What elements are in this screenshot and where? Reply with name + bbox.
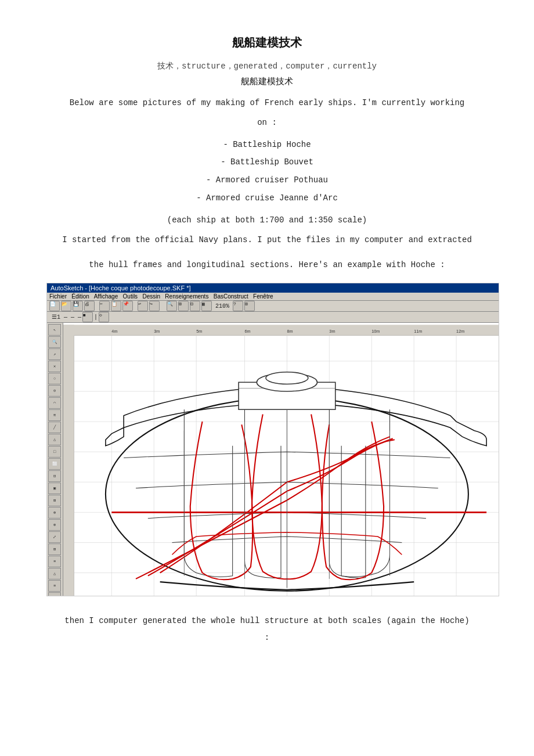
body-text-1: I started from the official Navy plans. …	[46, 233, 488, 247]
toolbar-btn[interactable]: 🖨	[84, 301, 95, 311]
ship-list: - Battleship Hoche - Battleship Bouvet -…	[46, 136, 488, 207]
line-style-btn[interactable]: ■	[82, 312, 93, 322]
toolbar-btn[interactable]: ↪	[149, 301, 160, 311]
svg-text:5m: 5m	[196, 329, 202, 334]
autosketch-screenshot: AutoSketch - [Hoche coque photodecoupe.S…	[46, 283, 499, 596]
sidebar-tool[interactable]: △	[48, 568, 61, 579]
body-text-2: the hull frames and longitudinal section…	[46, 258, 488, 272]
toolbar-btn[interactable]: 📄	[49, 301, 60, 311]
left-sidebar: ↖ 🔍 ↗ ✕ ○ ⊙ ⌒ ≋ ╱ △ □ ⬜ ⊡ ▣ ⊞ ⊕ ⊗	[47, 323, 63, 596]
separator: |	[94, 314, 98, 321]
list-item: - Armored cruiser Pothuau	[46, 171, 488, 189]
toolbar-btn[interactable]: ↩	[138, 301, 148, 311]
menu-bar: Fichier Édition Affichage Outils Dessin …	[47, 293, 499, 301]
toolbar-btn[interactable]: 🔍	[167, 301, 177, 311]
sidebar-tool[interactable]: ⌒	[48, 397, 61, 409]
sidebar-tool[interactable]: ⬜	[48, 458, 61, 470]
sidebar-tool[interactable]: ○	[48, 373, 61, 384]
toolbar-btn[interactable]: ⊟	[190, 301, 200, 311]
toolbar-btn[interactable]: ▦	[201, 301, 212, 311]
svg-text:6m: 6m	[245, 329, 251, 334]
toolbar-btn[interactable]: ?	[233, 301, 243, 311]
sidebar-tool[interactable]: ▣	[48, 483, 61, 494]
sidebar-tool[interactable]: 🔍	[48, 336, 61, 348]
sidebar-tool[interactable]: ↖	[48, 324, 61, 336]
sidebar-tool[interactable]: ⊗	[48, 519, 61, 531]
page-title: 舰船建模技术	[46, 35, 488, 51]
keywords: 技术，structure，generated，computer，currentl…	[46, 61, 488, 71]
sidebar-tool[interactable]: □	[48, 446, 61, 458]
sidebar-tool[interactable]: ⊞	[48, 543, 61, 555]
main-canvas: 4m 3m 5m 6m 8m 3m 10m 11m 12m	[63, 323, 499, 596]
window-titlebar: AutoSketch - [Hoche coque photodecoupe.S…	[47, 283, 499, 293]
tool-btn[interactable]: ◇	[99, 312, 109, 322]
svg-point-27	[266, 372, 308, 384]
svg-rect-1	[63, 325, 74, 597]
svg-text:10m: 10m	[371, 329, 380, 334]
sidebar-tool[interactable]: △	[48, 434, 61, 445]
sidebar-tool[interactable]: ⊙	[48, 385, 61, 397]
window-title: AutoSketch - [Hoche coque photodecoupe.S…	[50, 285, 191, 291]
toolbar-row1: 📄 📂 💾 🖨 ✂ 📋 📌 ↩ ↪ 🔍 ⊞ ⊟ ▦ 210% ? ⊞	[47, 301, 499, 312]
svg-rect-0	[63, 325, 499, 336]
svg-text:8m: 8m	[287, 329, 293, 334]
list-item: - Battleship Bouvet	[46, 153, 488, 171]
sidebar-tool[interactable]: ≡	[48, 580, 61, 592]
list-item: - Battleship Hoche	[46, 136, 488, 154]
svg-text:4m: 4m	[111, 329, 117, 334]
sidebar-tool[interactable]: ⊕	[48, 507, 61, 519]
sidebar-tool[interactable]: ⤢	[48, 531, 61, 543]
sidebar-tool[interactable]: ⊡	[48, 470, 61, 482]
subtitle: 舰船建模技术	[46, 76, 488, 87]
svg-text:11m: 11m	[414, 329, 422, 334]
layer-selector: ☰1	[49, 314, 63, 321]
color-indicator: — — —	[64, 314, 81, 321]
intro-line1: Below are some pictures of my making of …	[46, 96, 488, 110]
sidebar-tool[interactable]: ⊞	[48, 592, 61, 596]
page-wrapper: 舰船建模技术 技术，structure，generated，computer，c…	[46, 35, 488, 642]
drawing-area: ↖ 🔍 ↗ ✕ ○ ⊙ ⌒ ≋ ╱ △ □ ⬜ ⊡ ▣ ⊞ ⊕ ⊗	[47, 323, 499, 596]
autosketch-window: AutoSketch - [Hoche coque photodecoupe.S…	[47, 283, 499, 596]
sidebar-tool[interactable]: ≋	[48, 409, 61, 421]
sidebar-tool[interactable]: ✕	[48, 361, 61, 372]
footer-text-1: then I computer generated the whole hull…	[46, 614, 488, 628]
svg-text:3m: 3m	[329, 329, 335, 334]
zoom-level: 210%	[213, 303, 232, 309]
scale-note: (each ship at both 1:700 and 1:350 scale…	[46, 215, 488, 225]
sidebar-tool[interactable]: ↗	[48, 348, 61, 360]
svg-text:12m: 12m	[456, 329, 464, 334]
sidebar-tool[interactable]: ╱	[48, 422, 61, 433]
list-item: - Armored cruise Jeanne d'Arc	[46, 189, 488, 207]
toolbar-btn[interactable]: ⊞	[178, 301, 189, 311]
toolbar-btn[interactable]: 📂	[61, 301, 71, 311]
toolbar-row2: ☰1 — — — ■ | ◇	[47, 312, 499, 323]
footer-colon: :	[46, 633, 488, 642]
toolbar-btn[interactable]: 📋	[111, 301, 121, 311]
toolbar-btn[interactable]: 💾	[73, 301, 83, 311]
toolbar-btn[interactable]: ✂	[99, 301, 110, 311]
toolbar-btn[interactable]: 📌	[122, 301, 133, 311]
hull-drawing: 4m 3m 5m 6m 8m 3m 10m 11m 12m	[63, 323, 499, 596]
svg-text:3m: 3m	[154, 329, 160, 334]
sidebar-tool[interactable]: ≡	[48, 556, 61, 567]
intro-line2: on :	[46, 116, 488, 130]
sidebar-tool[interactable]: ⊞	[48, 495, 61, 506]
toolbar-btn[interactable]: ⊞	[244, 301, 255, 311]
